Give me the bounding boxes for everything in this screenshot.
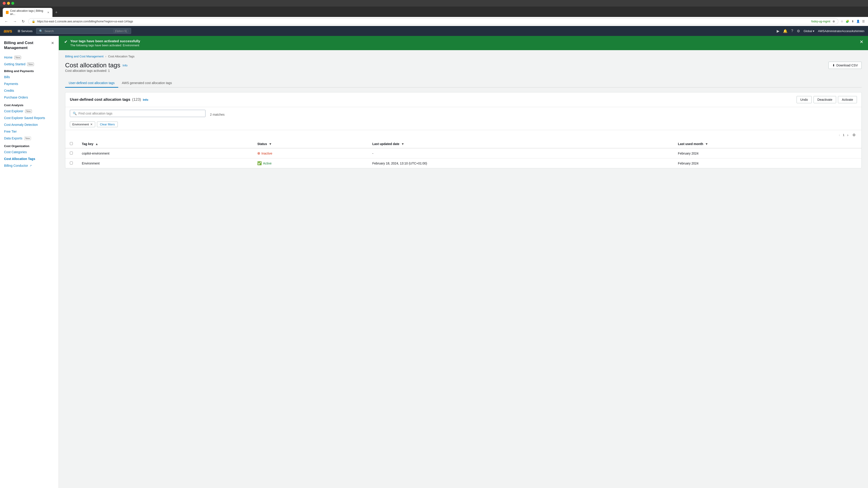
undo-button[interactable]: Undo <box>797 96 812 103</box>
services-menu-button[interactable]: ⊞ Services <box>18 29 33 33</box>
data-exports-new-badge: New <box>24 137 31 140</box>
sidebar-item-cost-categories[interactable]: Cost Categories <box>0 149 59 156</box>
maximize-window-button[interactable] <box>11 2 14 5</box>
refresh-button[interactable]: ↻ <box>20 19 26 24</box>
table-actions: Undo Deactivate Activate <box>797 96 857 103</box>
row-checkbox[interactable] <box>70 152 73 155</box>
row-last-updated: February 18, 2024, 13:10 (UTC+01:00) <box>368 158 673 168</box>
page-info-link[interactable]: Info <box>123 64 127 67</box>
sidebar-item-credits[interactable]: Credits <box>0 87 59 94</box>
page-content: Billing and Cost Management › Cost Alloc… <box>59 50 868 173</box>
browser-chrome <box>0 0 868 6</box>
download-csv-button[interactable]: ⬇ Download CSV <box>829 62 862 69</box>
tab-favicon <box>6 11 8 14</box>
filter-tag-environment: Environment ✕ <box>70 122 95 127</box>
activate-button[interactable]: Activate <box>838 96 857 103</box>
status-inactive-badge: ⊗ Inactive <box>257 151 363 156</box>
sidebar-item-getting-started[interactable]: Getting Started New <box>0 61 59 68</box>
search-input[interactable] <box>79 111 203 115</box>
address-bar[interactable]: 🔒 https://us-east-1.console.aws.amazon.c… <box>28 18 838 24</box>
menu-icon[interactable]: ☰ <box>862 20 865 23</box>
status-active-badge: ✅ Active <box>257 161 363 165</box>
aws-nav-right: ▶ 🔔 ? ⚙ Global ▾ AWSAdministratorAccess/… <box>777 29 864 33</box>
header-last-used-month[interactable]: Last used month ▼ <box>673 140 862 148</box>
sidebar-item-free-tier[interactable]: Free Tier <box>0 128 59 135</box>
header-last-updated[interactable]: Last updated date ▼ <box>368 140 673 148</box>
sidebar-item-label: Cost Explorer <box>4 109 23 113</box>
success-banner-close-button[interactable]: ✕ <box>860 39 864 44</box>
tab-bar: User-defined cost allocation tags AWS ge… <box>65 79 862 88</box>
sidebar-close-button[interactable]: ✕ <box>51 40 55 46</box>
main-content: ✔ Your tags have been activated successf… <box>59 36 868 488</box>
sidebar-item-home[interactable]: Home New <box>0 54 59 61</box>
sidebar-section-cost-org: Cost Organization Cost Categories Cost A… <box>0 142 59 169</box>
account-menu[interactable]: AWSAdministratorAccess/kshirinkin <box>818 29 864 33</box>
filter-tag-remove-button[interactable]: ✕ <box>90 123 93 126</box>
tab-aws-generated[interactable]: AWS generated cost allocation tags <box>118 79 176 88</box>
sidebar-item-purchase-orders[interactable]: Purchase Orders <box>0 94 59 101</box>
table-title: User-defined cost allocation tags (123) … <box>70 97 148 102</box>
help-icon[interactable]: ? <box>791 29 793 33</box>
address-bar-row: ← → ↻ 🔒 https://us-east-1.console.aws.am… <box>0 17 868 26</box>
table-info-link[interactable]: Info <box>143 98 148 101</box>
search-input[interactable] <box>44 29 112 33</box>
sort-asc-icon: ▲ <box>95 142 98 146</box>
sidebar-item-billing-conductor[interactable]: Billing Conductor ↗ <box>0 162 59 169</box>
sidebar-item-bills[interactable]: Bills <box>0 74 59 80</box>
clear-filters-button[interactable]: Clear filters <box>97 122 118 127</box>
table-settings-button[interactable]: ⚙ <box>851 132 857 138</box>
success-banner-subtitle: The following tags have been activated: … <box>70 43 863 47</box>
data-table: Tag key ▲ Status ▼ Last updated date ▼ <box>65 140 862 168</box>
download-icon[interactable]: ⬇ <box>851 20 854 23</box>
billing-section-label: Billing and Payments <box>0 68 59 74</box>
row-status: ⊗ Inactive <box>253 148 368 158</box>
breadcrumb-parent-link[interactable]: Billing and Cost Management <box>65 55 103 58</box>
extensions-icon[interactable]: 🧩 <box>846 20 849 23</box>
profile-icon[interactable]: 👤 <box>856 20 860 23</box>
sidebar-item-label: Payments <box>4 82 18 86</box>
sidebar-item-data-exports[interactable]: Data Exports New <box>0 135 59 142</box>
search-filter-row: 🔍 2 matches Environment ✕ Clear filters <box>65 107 862 130</box>
sidebar-item-cost-explorer[interactable]: Cost Explorer New <box>0 108 59 115</box>
sidebar-item-cost-explorer-saved-reports[interactable]: Cost Explorer Saved Reports <box>0 115 59 121</box>
active-tab[interactable]: Cost allocation tags | Billing an... ✕ <box>3 8 53 17</box>
sidebar-item-payments[interactable]: Payments <box>0 80 59 87</box>
getting-started-new-badge: New <box>27 63 34 66</box>
new-tab-button[interactable]: + <box>53 9 59 16</box>
next-page-button[interactable]: › <box>846 132 850 138</box>
aws-search-bar[interactable]: 🔍 [Option+S] <box>36 28 131 34</box>
sidebar-item-label: Credits <box>4 89 14 92</box>
sort-desc-icon: ▼ <box>705 142 708 146</box>
cloudshell-icon[interactable]: ▶ <box>777 29 779 33</box>
settings-icon[interactable]: ⚙ <box>797 29 800 33</box>
search-shortcut: [Option+S] <box>114 29 128 33</box>
deactivate-button[interactable]: Deactivate <box>813 96 836 103</box>
sidebar-item-cost-allocation-tags[interactable]: Cost Allocation Tags <box>0 156 59 162</box>
sidebar-item-cost-anomaly-detection[interactable]: Cost Anomaly Detection <box>0 121 59 128</box>
minimize-window-button[interactable] <box>7 2 10 5</box>
header-tag-key[interactable]: Tag key ▲ <box>77 140 253 148</box>
row-checkbox[interactable] <box>70 162 73 164</box>
close-window-button[interactable] <box>3 2 6 5</box>
region-selector[interactable]: Global ▾ <box>804 29 814 33</box>
aws-logo[interactable]: aws <box>4 28 12 34</box>
forward-button[interactable]: → <box>12 19 18 24</box>
translate-icon[interactable]: ⊕ <box>833 20 835 23</box>
tab-close-button[interactable]: ✕ <box>47 11 49 14</box>
sidebar-header: Billing and Cost Management ✕ <box>0 36 59 54</box>
table-header-row: Tag key ▲ Status ▼ Last updated date ▼ <box>65 140 862 148</box>
search-box[interactable]: 🔍 <box>70 110 206 117</box>
back-button[interactable]: ← <box>3 19 9 24</box>
lock-icon: 🔒 <box>32 20 35 23</box>
sort-desc-icon: ▼ <box>269 142 272 146</box>
sidebar-item-label: Home <box>4 56 12 59</box>
bookmark-icon[interactable]: ☆ <box>841 20 843 23</box>
notifications-icon[interactable]: 🔔 <box>783 29 787 33</box>
sidebar-item-label: Cost Allocation Tags <box>4 157 35 161</box>
select-all-checkbox[interactable] <box>70 142 73 145</box>
prev-page-button[interactable]: ‹ <box>837 132 841 138</box>
tab-user-defined[interactable]: User-defined cost allocation tags <box>65 79 118 88</box>
sidebar-item-label: Purchase Orders <box>4 96 28 99</box>
sidebar-item-label: Getting Started <box>4 62 25 66</box>
header-status[interactable]: Status ▼ <box>253 140 368 148</box>
